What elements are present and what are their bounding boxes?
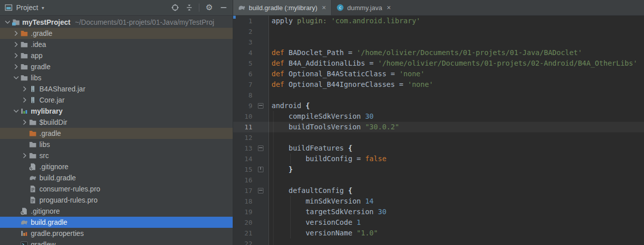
code-text[interactable]: minSdkVersion 14 [269, 196, 644, 207]
tree-item-gitignore[interactable]: .gitignore [0, 161, 233, 172]
hide-icon[interactable] [219, 4, 228, 12]
close-icon[interactable]: × [322, 4, 326, 11]
locate-icon[interactable] [171, 4, 179, 12]
line-gutter[interactable]: 10 [233, 111, 269, 122]
tree-item-src[interactable]: src [0, 150, 233, 161]
code-line[interactable]: 11 buildToolsVersion "30.0.2" [233, 122, 644, 132]
line-gutter[interactable]: 19 [233, 207, 269, 217]
project-tool-window-icon[interactable] [5, 4, 13, 12]
tree-item-core-jar[interactable]: Core.jar [0, 94, 233, 106]
chevron-right-icon[interactable] [20, 96, 29, 104]
line-gutter[interactable]: 7 [233, 79, 269, 90]
tree-item-gitignore[interactable]: .gitignore [0, 206, 233, 217]
code-line[interactable]: 5def B4A_AdditionalLibs = '/home/olivier… [233, 58, 644, 69]
code-line[interactable]: 10 compileSdkVersion 30 [233, 111, 644, 122]
line-gutter[interactable]: 21 [233, 228, 269, 238]
code-text[interactable]: def Optional_B4AStaticClass = 'none' [269, 69, 644, 79]
fold-marker-icon[interactable] [252, 188, 269, 193]
code-text[interactable]: defaultConfig { [269, 185, 644, 196]
tree-item-idea[interactable]: .idea [0, 39, 233, 50]
code-text[interactable] [269, 132, 644, 143]
line-gutter[interactable]: 8 [233, 90, 269, 101]
code-text[interactable] [269, 175, 644, 185]
code-text[interactable]: def B4A_AdditionalLibs = '/home/olivier/… [269, 58, 644, 69]
code-text[interactable]: versionName "1.0" [269, 228, 644, 238]
tree-item-gradle[interactable]: gradle [0, 61, 233, 72]
tree-item-b4ashared-jar[interactable]: B4AShared.jar [0, 83, 233, 94]
line-gutter[interactable]: 1 [233, 16, 269, 26]
code-text[interactable]: def BADoclet_Path = '/home/olivier/Docum… [269, 47, 644, 58]
line-gutter[interactable]: 15 [233, 164, 269, 175]
chevron-right-icon[interactable] [20, 85, 29, 93]
line-gutter[interactable]: 4 [233, 47, 269, 58]
code-line[interactable]: 4def BADoclet_Path = '/home/olivier/Docu… [233, 47, 644, 58]
chevron-right-icon[interactable] [12, 40, 20, 48]
code-line[interactable]: 15 } [233, 164, 644, 175]
code-text[interactable]: compileSdkVersion 30 [269, 111, 644, 122]
code-line[interactable]: 13 buildFeatures { [233, 143, 644, 154]
chevron-down-icon[interactable] [3, 18, 12, 26]
project-panel-title[interactable]: Project [16, 4, 38, 12]
fold-open-icon[interactable] [258, 103, 263, 109]
code-text[interactable]: buildFeatures { [269, 143, 644, 154]
code-line[interactable]: 7def Optional_B44IgnoreClasses = 'none' [233, 79, 644, 90]
tree-item-libs[interactable]: libs [0, 72, 233, 83]
chevron-right-icon[interactable] [12, 52, 20, 60]
fold-open-icon[interactable] [258, 188, 263, 193]
code-text[interactable]: buildConfig = false [269, 154, 644, 164]
line-gutter[interactable]: 2 [233, 26, 269, 37]
code-line[interactable]: 3 [233, 37, 644, 47]
fold-open-icon[interactable] [258, 145, 263, 151]
line-gutter[interactable]: 9 [233, 101, 269, 111]
line-gutter[interactable]: 18 [233, 196, 269, 207]
code-line[interactable]: 17 defaultConfig { [233, 185, 644, 196]
code-line[interactable]: 16 [233, 175, 644, 185]
line-gutter[interactable]: 12 [233, 132, 269, 143]
tree-item-mylibrary[interactable]: mylibrary [0, 106, 233, 117]
tree-item-gradle[interactable]: .gradle [0, 128, 233, 139]
code-text[interactable]: } [269, 164, 644, 175]
line-gutter[interactable]: 3 [233, 37, 269, 47]
code-line[interactable]: 21 versionName "1.0" [233, 228, 644, 238]
code-line[interactable]: 1apply plugin: 'com.android.library' [233, 16, 644, 26]
tab-dummy-java[interactable]: cdummy.java× [332, 0, 396, 15]
code-text[interactable] [269, 37, 644, 47]
tree-item-build-gradle[interactable]: build.gradle [0, 217, 233, 228]
code-text[interactable] [269, 26, 644, 37]
tree-item-gradle-properties[interactable]: gradle.properties [0, 228, 233, 239]
fold-marker-icon[interactable] [252, 167, 269, 172]
code-line[interactable]: 14 buildConfig = false [233, 154, 644, 164]
settings-icon[interactable]: ⚙ [205, 4, 213, 12]
tree-item-builddir[interactable]: $buildDir [0, 117, 233, 128]
code-text[interactable]: versionCode 1 [269, 217, 644, 228]
editor-body[interactable]: 1apply plugin: 'com.android.library'234d… [233, 16, 644, 245]
code-line[interactable]: 9android { [233, 101, 644, 111]
line-gutter[interactable]: 11 [233, 122, 269, 132]
code-line[interactable]: 19 targetSdkVersion 30 [233, 207, 644, 217]
tree-item-app[interactable]: app [0, 50, 233, 61]
tab-build-gradle-mylibrary[interactable]: build.gradle (:mylibrary)× [233, 0, 332, 15]
line-gutter[interactable]: 13 [233, 143, 269, 154]
chevron-right-icon[interactable] [20, 118, 29, 126]
code-line[interactable]: 2 [233, 26, 644, 37]
line-gutter[interactable]: 22 [233, 238, 269, 245]
chevron-right-icon[interactable] [20, 152, 29, 160]
code-line[interactable]: 22 [233, 238, 644, 245]
code-line[interactable]: 18 minSdkVersion 14 [233, 196, 644, 207]
chevron-down-icon[interactable] [12, 107, 20, 115]
code-text[interactable] [269, 90, 644, 101]
code-text[interactable]: def Optional_B44IgnoreClasses = 'none' [269, 79, 644, 90]
line-gutter[interactable]: 17 [233, 185, 269, 196]
code-line[interactable]: 12 [233, 132, 644, 143]
line-gutter[interactable]: 14 [233, 154, 269, 164]
fold-end-icon[interactable] [258, 167, 263, 172]
line-gutter[interactable]: 6 [233, 69, 269, 79]
fold-marker-icon[interactable] [252, 145, 269, 151]
line-gutter[interactable]: 20 [233, 217, 269, 228]
tree-item-libs[interactable]: libs [0, 139, 233, 150]
code-text[interactable]: android { [269, 101, 644, 111]
tree-item-gradle[interactable]: .gradle [0, 28, 233, 39]
code-text[interactable]: apply plugin: 'com.android.library' [269, 16, 644, 26]
close-icon[interactable]: × [387, 4, 391, 11]
line-gutter[interactable]: 5 [233, 58, 269, 69]
